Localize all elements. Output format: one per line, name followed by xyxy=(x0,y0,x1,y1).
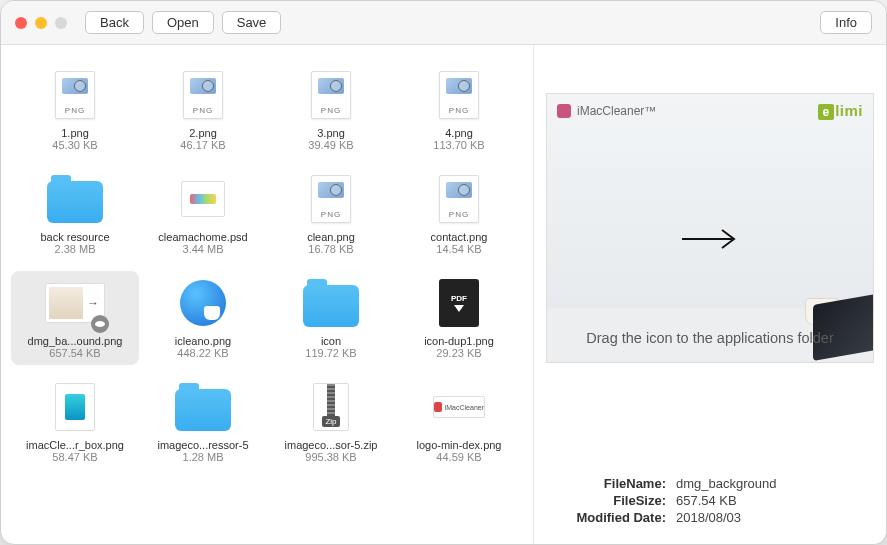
file-name: imacCle...r_box.png xyxy=(26,439,124,451)
meta-filename-label: FileName: xyxy=(556,476,666,491)
file-thumb-icon xyxy=(301,277,361,329)
file-name: imageco...sor-5.zip xyxy=(285,439,378,451)
file-thumb-icon xyxy=(45,173,105,225)
file-name: 2.png xyxy=(189,127,217,139)
file-name: icon-dup1.png xyxy=(424,335,494,347)
file-name: 4.png xyxy=(445,127,473,139)
file-item[interactable]: PNG2.png46.17 KB xyxy=(139,63,267,157)
file-grid-pane[interactable]: PNG1.png45.30 KBPNG2.png46.17 KBPNG3.png… xyxy=(1,45,534,544)
file-thumb-icon: Zip xyxy=(301,381,361,433)
file-item[interactable]: PNGcontact.png14.54 KB xyxy=(395,167,523,261)
preview-app-label: iMacCleaner™ xyxy=(577,104,656,118)
file-name: cleamachome.psd xyxy=(158,231,247,243)
file-thumb-icon: PNG xyxy=(429,69,489,121)
file-size: 448.22 KB xyxy=(177,347,228,359)
info-button[interactable]: Info xyxy=(820,11,872,34)
file-name: clean.png xyxy=(307,231,355,243)
maximize-icon xyxy=(55,17,67,29)
file-name: imageco...ressor-5 xyxy=(157,439,248,451)
file-name: 1.png xyxy=(61,127,89,139)
meta-filesize-value: 657.54 KB xyxy=(676,493,737,508)
file-item[interactable]: icon119.72 KB xyxy=(267,271,395,365)
file-thumb-icon xyxy=(45,381,105,433)
meta-modified-value: 2018/08/03 xyxy=(676,510,741,525)
minimize-icon[interactable] xyxy=(35,17,47,29)
preview-brand: elimi xyxy=(818,102,863,120)
file-name: back resource xyxy=(40,231,109,243)
file-size: 1.28 MB xyxy=(183,451,224,463)
file-thumb-icon xyxy=(173,381,233,433)
file-size: 3.44 MB xyxy=(183,243,224,255)
file-item[interactable]: iMacCleanerlogo-min-dex.png44.59 KB xyxy=(395,375,523,469)
preview-caption: Drag the icon to the applications folder xyxy=(547,330,873,346)
file-size: 2.38 MB xyxy=(55,243,96,255)
file-item[interactable]: PNG3.png39.49 KB xyxy=(267,63,395,157)
file-size: 995.38 KB xyxy=(305,451,356,463)
file-thumb-icon: PNG xyxy=(301,173,361,225)
arrow-right-icon xyxy=(680,224,740,258)
file-thumb-icon xyxy=(173,173,233,225)
file-thumb-icon: PDF xyxy=(429,277,489,329)
file-name: 3.png xyxy=(317,127,345,139)
file-item[interactable]: →dmg_ba...ound.png657.54 KB xyxy=(11,271,139,365)
app-icon xyxy=(557,104,571,118)
file-size: 16.78 KB xyxy=(308,243,353,255)
file-thumb-icon: PNG xyxy=(429,173,489,225)
file-thumb-icon xyxy=(173,277,233,329)
titlebar: Back Open Save Info xyxy=(1,1,886,45)
file-size: 657.54 KB xyxy=(49,347,100,359)
file-thumb-icon: iMacCleaner xyxy=(429,381,489,433)
file-size: 39.49 KB xyxy=(308,139,353,151)
file-thumb-icon: PNG xyxy=(301,69,361,121)
file-size: 113.70 KB xyxy=(433,139,484,151)
file-item[interactable]: icleano.png448.22 KB xyxy=(139,271,267,365)
preview-body: Drag the icon to the applications folder xyxy=(547,120,873,362)
file-grid: PNG1.png45.30 KBPNG2.png46.17 KBPNG3.png… xyxy=(11,63,523,469)
meta-filename-value: dmg_background xyxy=(676,476,776,491)
file-item[interactable]: PNG4.png113.70 KB xyxy=(395,63,523,157)
meta-modified-label: Modified Date: xyxy=(556,510,666,525)
file-thumb-icon: PNG xyxy=(173,69,233,121)
file-item[interactable]: back resource2.38 MB xyxy=(11,167,139,261)
meta-filesize-label: FileSize: xyxy=(556,493,666,508)
file-item[interactable]: imageco...ressor-51.28 MB xyxy=(139,375,267,469)
file-size: 45.30 KB xyxy=(52,139,97,151)
file-item[interactable]: PNG1.png45.30 KB xyxy=(11,63,139,157)
file-item[interactable]: PNGclean.png16.78 KB xyxy=(267,167,395,261)
close-icon[interactable] xyxy=(15,17,27,29)
preview-metadata: FileName: dmg_background FileSize: 657.5… xyxy=(534,475,886,544)
preview-header: iMacCleaner™ elimi xyxy=(547,94,873,120)
quicklook-icon[interactable] xyxy=(91,315,109,333)
file-item[interactable]: imacCle...r_box.png58.47 KB xyxy=(11,375,139,469)
file-name: icon xyxy=(321,335,341,347)
file-thumb-icon: PNG xyxy=(45,69,105,121)
file-name: logo-min-dex.png xyxy=(417,439,502,451)
file-size: 46.17 KB xyxy=(180,139,225,151)
file-name: contact.png xyxy=(431,231,488,243)
file-size: 14.54 KB xyxy=(436,243,481,255)
file-item[interactable]: PDFicon-dup1.png29.23 KB xyxy=(395,271,523,365)
file-size: 44.59 KB xyxy=(436,451,481,463)
file-size: 58.47 KB xyxy=(52,451,97,463)
file-item[interactable]: Zipimageco...sor-5.zip995.38 KB xyxy=(267,375,395,469)
file-thumb-icon: → xyxy=(45,277,105,329)
back-button[interactable]: Back xyxy=(85,11,144,34)
file-name: dmg_ba...ound.png xyxy=(28,335,123,347)
save-button[interactable]: Save xyxy=(222,11,282,34)
window-controls xyxy=(15,17,67,29)
preview-pane: iMacCleaner™ elimi Drag the icon to the … xyxy=(534,45,886,544)
open-button[interactable]: Open xyxy=(152,11,214,34)
content-area: PNG1.png45.30 KBPNG2.png46.17 KBPNG3.png… xyxy=(1,45,886,544)
file-item[interactable]: cleamachome.psd3.44 MB xyxy=(139,167,267,261)
file-size: 29.23 KB xyxy=(436,347,481,359)
file-size: 119.72 KB xyxy=(305,347,356,359)
file-name: icleano.png xyxy=(175,335,231,347)
app-window: Back Open Save Info PNG1.png45.30 KBPNG2… xyxy=(0,0,887,545)
preview-image: iMacCleaner™ elimi Drag the icon to the … xyxy=(546,93,874,363)
